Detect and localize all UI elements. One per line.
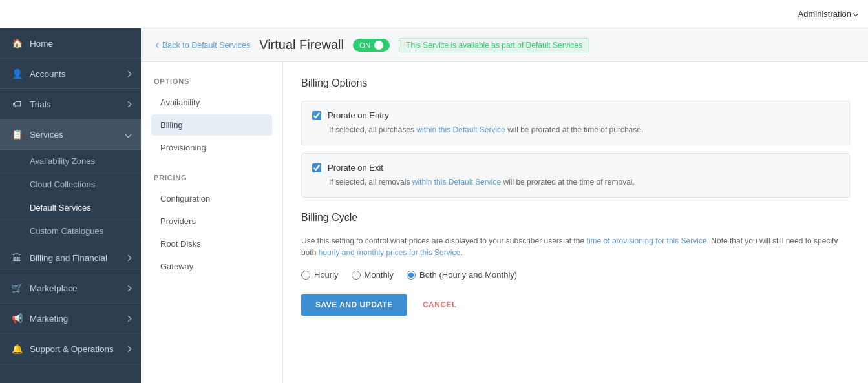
toggle-dot [374,41,383,50]
topbar: Administration [0,0,868,28]
sidebar-item-label: Marketplace [30,284,126,293]
billing-cycle-heading: Billing Cycle [301,212,850,223]
save-update-button[interactable]: SAVE AND UPDATE [301,294,407,316]
nav-billing[interactable]: Billing [151,114,272,136]
sidebar-item-label: Support & Operations [30,344,126,354]
billing-cycle-radio-group: Hourly Monthly Both (Hourly and Monthly) [301,270,850,280]
options-section: OPTIONS Availability Billing Provisionin… [151,78,272,158]
page-header: Back to Default Services Virtual Firewal… [141,28,868,62]
radio-hourly-input[interactable] [301,271,310,280]
pricing-title: PRICING [151,174,272,181]
page-title: Virtual Firewall [259,37,344,52]
pricing-section: PRICING Configuration Providers Root Dis… [151,174,272,277]
nav-gateway[interactable]: Gateway [151,256,272,277]
cancel-button[interactable]: CANCEL [412,294,467,316]
billing-options-heading: Billing Options [301,78,850,89]
trials-icon: 🏷 [10,98,23,110]
sidebar-item-services[interactable]: 📋 Services [0,119,141,150]
admin-chevron-icon [853,10,858,16]
sidebar-sub-item-availability-zones[interactable]: Availability Zones [0,150,141,173]
prorate-exit-card: Prorate on Exit If selected, all removal… [301,153,850,198]
nav-root-disks[interactable]: Root Disks [151,233,272,254]
prorate-exit-header: Prorate on Exit [312,163,839,172]
home-icon: 🏠 [10,37,23,50]
service-available-text: This Service is available as part of Def… [399,38,589,52]
radio-monthly[interactable]: Monthly [352,270,394,280]
sidebar-item-support[interactable]: 🔔 Support & Operations [0,334,141,364]
badge-on-label: ON [359,41,370,49]
prorate-entry-header: Prorate on Entry [312,110,839,120]
sidebar-item-label: Accounts [30,69,126,79]
nav-configuration[interactable]: Configuration [151,188,272,209]
nav-providers[interactable]: Providers [151,211,272,232]
chevron-right-icon [125,315,132,322]
prorate-entry-label[interactable]: Prorate on Entry [328,110,389,120]
sidebar-sub-item-cloud-collections[interactable]: Cloud Collections [0,173,141,196]
marketing-icon: 📢 [10,312,23,325]
back-chevron-icon [156,42,161,47]
main-content: Back to Default Services Virtual Firewal… [141,28,868,383]
chevron-right-icon [125,70,132,77]
radio-monthly-input[interactable] [352,271,361,280]
marketplace-icon: 🛒 [10,282,23,295]
admin-label: Administration [798,9,851,19]
chevron-right-icon [125,346,132,352]
prorate-entry-checkbox[interactable] [312,111,321,120]
sidebar-item-label: Marketing [30,314,126,324]
content-area: OPTIONS Availability Billing Provisionin… [141,62,868,383]
options-title: OPTIONS [151,78,272,85]
support-icon: 🔔 [10,342,23,355]
chevron-right-icon [125,101,132,107]
sidebar-item-label: Home [30,39,131,48]
main-layout: 🏠 Home 👤 Accounts 🏷 Trials 📋 Services Av… [0,28,868,383]
prorate-exit-label[interactable]: Prorate on Exit [328,163,383,172]
radio-both-input[interactable] [407,271,416,280]
services-icon: 📋 [10,128,23,141]
sidebar-item-trials[interactable]: 🏷 Trials [0,89,141,119]
billing-icon: 🏛 [10,251,23,264]
prorate-entry-desc: If selected, all purchases within this D… [312,124,839,136]
chevron-right-icon [125,254,132,261]
nav-provisioning[interactable]: Provisioning [151,137,272,158]
radio-both[interactable]: Both (Hourly and Monthly) [407,270,517,280]
sidebar-item-accounts[interactable]: 👤 Accounts [0,59,141,89]
nav-availability[interactable]: Availability [151,92,272,113]
sidebar-item-label: Trials [30,99,126,109]
sidebar-item-marketing[interactable]: 📢 Marketing [0,304,141,334]
admin-menu[interactable]: Administration [798,9,858,19]
sidebar-item-label: Billing and Financial [30,253,126,263]
sidebar: 🏠 Home 👤 Accounts 🏷 Trials 📋 Services Av… [0,28,141,383]
chevron-right-icon [125,285,132,291]
button-row: SAVE AND UPDATE CANCEL [301,294,850,316]
back-link[interactable]: Back to Default Services [156,41,250,50]
sidebar-item-home[interactable]: 🏠 Home [0,28,141,59]
prorate-exit-desc: If selected, all removals within this De… [312,176,839,188]
sidebar-item-marketplace[interactable]: 🛒 Marketplace [0,273,141,304]
prorate-entry-card: Prorate on Entry If selected, all purcha… [301,101,850,145]
sidebar-item-billing[interactable]: 🏛 Billing and Financial [0,243,141,273]
accounts-icon: 👤 [10,67,23,80]
billing-cycle-section: Billing Cycle Use this setting to contro… [301,212,850,316]
billing-cycle-desc: Use this setting to control what prices … [301,235,850,258]
sidebar-item-label: Services [30,130,126,140]
right-panel: Billing Options Prorate on Entry If sele… [283,62,868,383]
left-panel: OPTIONS Availability Billing Provisionin… [141,62,283,383]
sidebar-sub-item-custom-catalogues[interactable]: Custom Catalogues [0,220,141,243]
chevron-down-icon [125,131,132,138]
sidebar-sub-item-default-services[interactable]: Default Services [0,196,141,220]
radio-hourly[interactable]: Hourly [301,270,339,280]
prorate-exit-checkbox[interactable] [312,163,321,172]
service-on-badge[interactable]: ON [353,39,390,52]
